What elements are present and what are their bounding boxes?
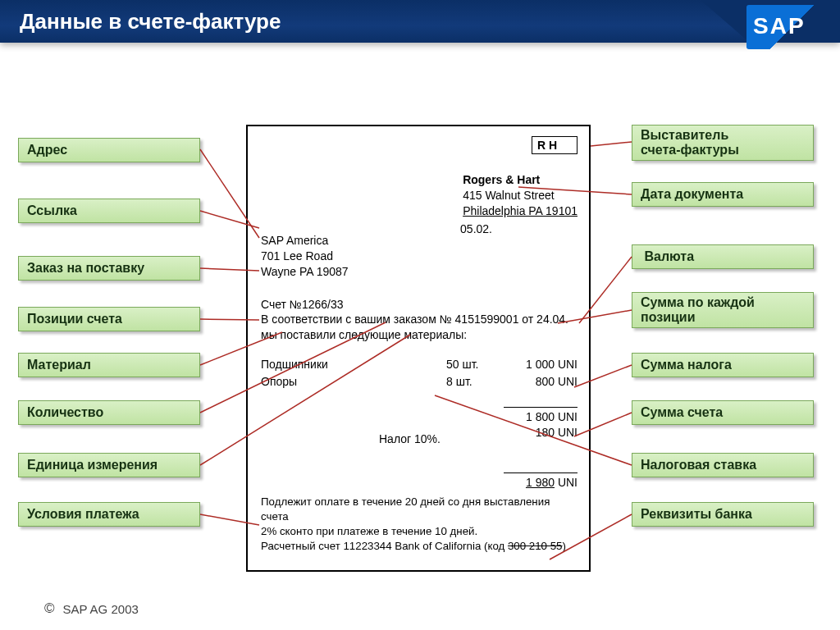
tag-tax-rate: Налоговая ставка xyxy=(632,453,814,477)
tag-uom: Единица измерения xyxy=(18,453,200,477)
tag-bank-details: Реквизиты банка xyxy=(632,502,814,527)
tag-quantity: Количество xyxy=(18,400,200,425)
sap-logo-text: SAP xyxy=(753,13,806,39)
item-name: Подшипники xyxy=(261,356,446,373)
tax-value: 180 UNI xyxy=(504,425,578,441)
payment-terms-block: Подлежит оплате в течение 20 дней со дня… xyxy=(261,495,578,554)
po-text: В соответствии с вашим заказом № 4151599… xyxy=(261,312,578,343)
invoice-sheet: R H Rogers & Hart 415 Walnut Street Phil… xyxy=(246,125,591,572)
soldto-block: SAP America 701 Lee Road Wayne PA 19087 xyxy=(261,233,349,280)
tag-invoice-amount: Сумма счета xyxy=(632,400,814,425)
tag-currency: Валюта xyxy=(632,244,814,269)
issuer-addr2: Philadelphia PA 19101 xyxy=(463,203,578,219)
table-row: Подшипники 50 шт. 1 000 UNI xyxy=(261,356,578,373)
item-amt: 1 000 UNI xyxy=(504,356,578,373)
invoice-number: Счет №1266/33 xyxy=(261,297,344,313)
tag-payment-terms: Условия платежа xyxy=(18,502,200,527)
footer-text: SAP AG 2003 xyxy=(63,602,139,616)
tag-address: Адрес xyxy=(18,138,200,162)
tag-purchase-order: Заказ на поставку xyxy=(18,256,200,281)
total-currency: UNI xyxy=(555,476,578,489)
doc-date: 05.02. xyxy=(460,221,492,237)
item-amt: 800 UNI xyxy=(504,373,578,390)
tag-issuer: Выставительсчета-фактуры xyxy=(632,125,814,161)
items-block: Подшипники 50 шт. 1 000 UNI Опоры 8 шт. … xyxy=(261,356,578,390)
copyright-icon: © xyxy=(44,600,55,617)
item-name: Опоры xyxy=(261,373,446,390)
tag-tax-amount: Сумма налога xyxy=(632,353,814,377)
tag-line-amount: Сумма по каждойпозиции xyxy=(632,292,814,328)
soldto-addr2: Wayne PA 19087 xyxy=(261,264,349,280)
item-qty: 8 шт. xyxy=(446,373,504,390)
issuer-block: Rogers & Hart 415 Walnut Street Philadel… xyxy=(463,172,578,219)
soldto-name: SAP America xyxy=(261,233,349,249)
footer: © SAP AG 2003 xyxy=(44,600,139,617)
item-qty: 50 шт. xyxy=(446,356,504,373)
slide-title: Данные в счете-фактуре xyxy=(20,9,281,34)
issuer-addr1: 415 Walnut Street xyxy=(463,188,578,203)
soldto-addr1: 701 Lee Road xyxy=(261,249,349,264)
tag-doc-date: Дата документа xyxy=(632,182,814,207)
table-row: Опоры 8 шт. 800 UNI xyxy=(261,373,578,390)
issuer-name: Rogers & Hart xyxy=(463,172,578,188)
subtotal-block: 1 800 UNI 180 UNI xyxy=(504,405,578,441)
tag-reference: Ссылка xyxy=(18,199,200,223)
total-amount: 1 980 xyxy=(526,476,555,489)
tag-invoice-items: Позиции счета xyxy=(18,307,200,331)
tag-material: Материал xyxy=(18,353,200,377)
total-block: 1 980 UNI xyxy=(504,471,578,491)
rh-box: R H xyxy=(532,136,578,154)
tax-rate-text: Налог 10%. xyxy=(379,431,441,447)
subtotal: 1 800 UNI xyxy=(504,409,578,425)
